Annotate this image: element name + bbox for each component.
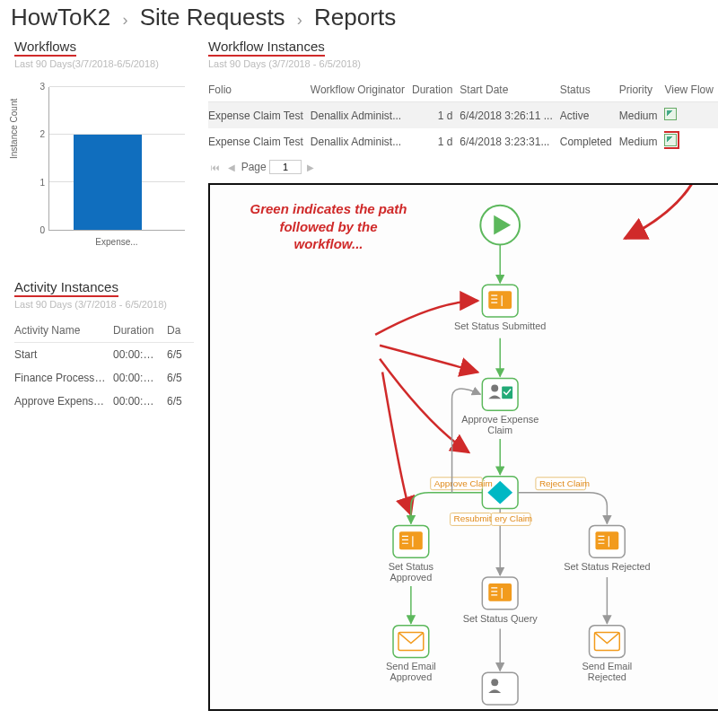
y-tick: 0 [27,225,45,235]
svg-text:Reject Claim: Reject Claim [539,478,590,488]
chevron-right-icon: › [118,11,134,29]
first-page-icon[interactable]: ⏮ [208,162,223,172]
y-tick: 2 [27,129,45,139]
svg-text:Send Email: Send Email [582,661,632,671]
svg-text:Approved: Approved [390,671,433,682]
node-set-status-submitted[interactable]: Set Status Submitted [454,285,546,331]
svg-point-5 [491,384,498,391]
table-row[interactable]: Finance Processi... 00:00:00:06 6/5 [14,366,194,390]
next-page-icon[interactable]: ▶ [304,162,317,172]
node-start[interactable] [480,206,520,245]
col-folio[interactable]: Folio [208,78,311,102]
activity-instances-heading: Activity Instances [14,279,118,297]
col-duration[interactable]: Duration [412,78,460,102]
node-set-status-query[interactable]: Set Status Query [463,577,538,624]
y-tick: 3 [27,82,45,92]
table-row[interactable]: Approve Expense ... 00:00:00:01 6/5 [14,390,194,413]
svg-text:Approve Claim: Approve Claim [434,478,493,488]
svg-text:Rejected: Rejected [588,671,626,682]
view-flow-icon[interactable] [664,134,677,146]
bar-expense[interactable] [74,135,142,230]
chevron-right-icon: › [292,11,308,29]
svg-rect-34 [488,583,512,601]
svg-rect-2 [488,291,512,309]
table-row[interactable]: Start 00:00:00:00 6/5 [14,343,194,367]
svg-text:Set Status: Set Status [389,561,434,572]
svg-rect-19 [399,531,423,549]
pager: ⏮ ◀ Page ▶ [208,160,718,174]
activity-instances-table: Activity Name Duration Da Start 00:00:00… [14,319,194,413]
workflow-instances-table: Folio Workflow Originator Duration Start… [208,78,718,154]
annotation-text: Green indicates the path followed by the… [248,200,409,253]
x-tick-label: Expense... [48,237,185,247]
node-set-status-approved[interactable]: Set Status Approved [389,525,434,583]
breadcrumb-item[interactable]: Site Requests [140,4,285,31]
svg-text:Set Status Query: Set Status Query [463,613,538,624]
svg-text:Approve Expense: Approve Expense [461,414,538,425]
table-row[interactable]: Expense Claim Test Denallix Administ... … [208,128,718,154]
breadcrumb-item[interactable]: Reports [314,4,396,31]
col-date[interactable]: Da [167,319,194,343]
activity-instances-subcaption: Last 90 Days (3/7/2018 - 6/5/2018) [14,299,194,310]
node-set-status-rejected[interactable]: Set Status Rejected [564,525,650,572]
svg-text:Claim: Claim [487,425,512,435]
breadcrumb-item[interactable]: HowToK2 [11,4,110,31]
svg-text:ery Claim: ery Claim [495,513,532,523]
breadcrumb: HowToK2 › Site Requests › Reports [0,0,718,39]
table-row[interactable]: Expense Claim Test Denallix Administ... … [208,102,718,129]
svg-rect-27 [595,531,618,549]
col-originator[interactable]: Workflow Originator [311,78,412,102]
svg-rect-36 [482,672,518,705]
workflow-instances-subcaption: Last 90 Days (3/7/2018 - 6/5/2018) [208,58,718,69]
svg-text:Set Status Rejected: Set Status Rejected [564,561,650,572]
prev-page-icon[interactable]: ◀ [225,162,238,172]
col-priority[interactable]: Priority [619,78,665,102]
page-input[interactable] [269,160,302,174]
y-tick: 1 [27,178,45,188]
node-send-email-approved[interactable]: Send Email Approved [386,626,436,683]
workflows-subcaption: Last 90 Days(3/7/2018-6/5/2018) [14,58,194,69]
node-bottom-task[interactable] [482,672,518,705]
svg-text:Resubmit: Resubmit [454,513,492,523]
y-axis-label: Instance Count [9,99,19,159]
workflow-instances-heading: Workflow Instances [208,39,325,57]
workflows-heading: Workflows [14,39,76,57]
svg-text:Set Status Submitted: Set Status Submitted [454,320,546,331]
workflow-diagram[interactable]: Set Status Submitted Approve Expense Cla… [208,183,718,711]
node-approve-expense-claim[interactable]: Approve Expense Claim [461,379,538,436]
svg-text:Send Email: Send Email [386,661,436,671]
col-activity-name[interactable]: Activity Name [14,319,113,343]
col-start-date[interactable]: Start Date [460,78,559,102]
view-flow-icon[interactable] [664,108,677,120]
svg-point-37 [491,679,498,686]
col-duration[interactable]: Duration [113,319,167,343]
col-status[interactable]: Status [560,78,619,102]
col-view-flow[interactable]: View Flow [664,78,718,102]
svg-text:Approved: Approved [390,572,433,583]
pager-label: Page [241,161,267,173]
node-send-email-rejected[interactable]: Send Email Rejected [582,626,632,683]
workflows-bar-chart: Instance Count 0 1 2 3 Expense... [14,78,194,258]
